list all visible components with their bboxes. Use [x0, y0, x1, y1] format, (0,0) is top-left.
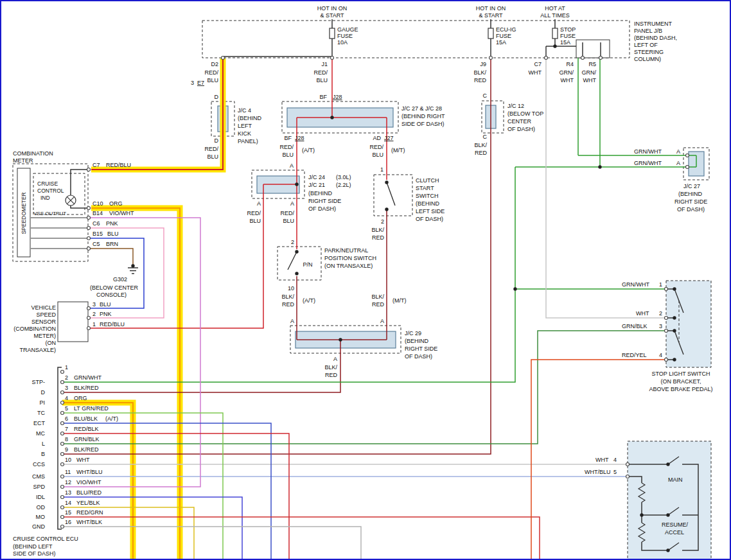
- junction-dot: [513, 287, 516, 290]
- hot-1b: & START: [320, 12, 344, 19]
- meter-c7: C7: [92, 162, 100, 168]
- jc27r-3: RIGHT SIDE: [674, 198, 707, 205]
- junction-dot: [385, 207, 388, 211]
- pin-terminal: [61, 422, 64, 425]
- wiring-diagram-svg: HOT IN ON& STARTHOT IN ON& STARTHOT ATAL…: [1, 1, 730, 559]
- jc29-1: J/C 29: [405, 330, 421, 337]
- ecu-pin-7: 7: [65, 426, 68, 432]
- ecu-pin-3: 3: [65, 385, 68, 391]
- junction-dot: [295, 272, 298, 275]
- vss-1: VEHICLE: [31, 304, 56, 311]
- clutch-1: CLUTCH: [416, 177, 439, 184]
- jc2728-2: (BEHIND RIGHT: [401, 113, 445, 119]
- ecu-pin-14-c: YEL/BLK: [76, 500, 100, 506]
- pin-terminal: [331, 57, 334, 60]
- jc24-5: OF DASH): [308, 206, 336, 212]
- at-tag: (A/T): [302, 147, 315, 153]
- junction-dot: [385, 180, 388, 184]
- pin-terminal: [87, 307, 91, 310]
- vss-output: VSS OUTPUT: [33, 211, 66, 216]
- jc24-4: RIGHT SIDE: [308, 198, 341, 204]
- ecu-fn-ccs: CCS: [33, 461, 45, 468]
- d2-color-2: BLU: [207, 77, 218, 83]
- stop-light-switch-box: [666, 281, 711, 367]
- pn-switch-box: [277, 247, 321, 280]
- junction-dot: [673, 316, 676, 319]
- jb-2: PANEL J/B: [634, 28, 662, 34]
- clutch-out-c1: BLK/: [371, 227, 384, 233]
- cruise-2: CONTROL: [37, 188, 64, 194]
- pin-terminal: [87, 317, 91, 320]
- pin-terminal: [61, 496, 64, 499]
- junction-dot: [339, 338, 342, 341]
- jb-4: LEFT OF: [634, 42, 658, 48]
- d2-color-1: RED/: [204, 69, 218, 76]
- ecu-pin-11: 11: [65, 469, 71, 475]
- ecu-pin-4-c: ORG: [74, 395, 87, 401]
- wire-brn: [89, 249, 133, 266]
- wire-grnwht-to-ecu: [62, 167, 515, 382]
- jc4-color-2: BLU: [207, 153, 218, 160]
- g302: G302: [113, 276, 127, 283]
- vss-2: SPEED: [36, 311, 56, 318]
- pin-terminal: [686, 154, 689, 157]
- pin-terminal: [626, 463, 630, 466]
- clutch-3: SWITCH: [416, 193, 439, 199]
- pn-2: POSITION SWITCH: [324, 255, 376, 261]
- ecu-fn-mo: MO: [36, 514, 46, 520]
- junction-dot: [295, 182, 298, 186]
- ecu-fn-cms: CMS: [32, 473, 45, 480]
- vss-pin-2-c: PNK: [100, 311, 112, 317]
- clutch-pin-2: 2: [381, 218, 384, 225]
- junction-dot: [673, 358, 676, 361]
- conn-j1: J1: [321, 61, 328, 67]
- conn-r4: R4: [566, 61, 574, 67]
- ecu-pin-10: 10: [65, 457, 71, 463]
- pin-terminal: [665, 288, 668, 291]
- junction-dot: [666, 513, 669, 516]
- g302-loc-1: (BELOW CENTER: [90, 284, 139, 291]
- mt-low-c2: RED: [372, 301, 385, 308]
- main-sw-p4: 4: [613, 457, 617, 463]
- main-sw-c5: WHT/BLU: [585, 469, 611, 475]
- junction-dot: [598, 165, 601, 168]
- wiring-diagram: HOT IN ON& STARTHOT IN ON& STARTHOT ATAL…: [0, 0, 731, 560]
- jc12-c-bot: C: [483, 134, 488, 140]
- pin-terminal: [87, 237, 91, 240]
- jc24-out-c3: RED/: [280, 210, 294, 216]
- gauge-fuse-2: FUSE: [337, 33, 353, 39]
- j28-top: J28: [333, 94, 342, 100]
- jc4-color-1: RED/: [204, 146, 218, 152]
- jc2728-3: SIDE OF DASH): [401, 121, 445, 127]
- gauge-fuse-symbol: [330, 28, 335, 39]
- r5-color-2: WHT: [583, 77, 597, 83]
- jc4-3: LEFT: [238, 123, 252, 129]
- ecu-pin-8-c: GRN/BLK: [74, 436, 100, 442]
- meter-1: COMBINATION: [13, 150, 53, 157]
- ecu-fn-spd: SPD: [33, 484, 45, 490]
- clutch-6: OF DASH): [416, 216, 443, 222]
- pn-pin-10: 10: [288, 285, 294, 292]
- jb-6: COLUMN): [634, 56, 661, 62]
- conn-d2: D2: [211, 61, 218, 67]
- e7-num: 3: [191, 80, 194, 86]
- ecu-pin-5: 5: [65, 405, 68, 412]
- jc24-pin-in: A: [290, 162, 294, 169]
- ecu-pin-16-c: WHT/BLK: [76, 519, 102, 525]
- jc12-4: OF DASH): [507, 126, 535, 132]
- main-sw-res-2: ACCEL: [665, 529, 684, 536]
- jb-connector-rect: [576, 40, 610, 58]
- ecu-pin-16: 16: [65, 519, 71, 525]
- gauge-fuse-3: 10A: [337, 39, 348, 46]
- meter-b15: B15: [92, 231, 103, 237]
- pn-out-c1: BLK/: [281, 293, 294, 300]
- ecu-name-2: (BEHIND LEFT: [13, 543, 53, 550]
- vss-pin-1-c: RED/BLU: [100, 321, 125, 328]
- j27-bot: J27: [384, 135, 394, 141]
- vss-7: TRANSAXLE): [19, 347, 56, 353]
- jc4-d-top: D: [215, 94, 219, 100]
- j1-color-2: BLU: [316, 77, 328, 83]
- pin-terminal: [686, 166, 689, 169]
- pn-pin-2: 2: [291, 239, 294, 245]
- junction-dot: [330, 116, 333, 119]
